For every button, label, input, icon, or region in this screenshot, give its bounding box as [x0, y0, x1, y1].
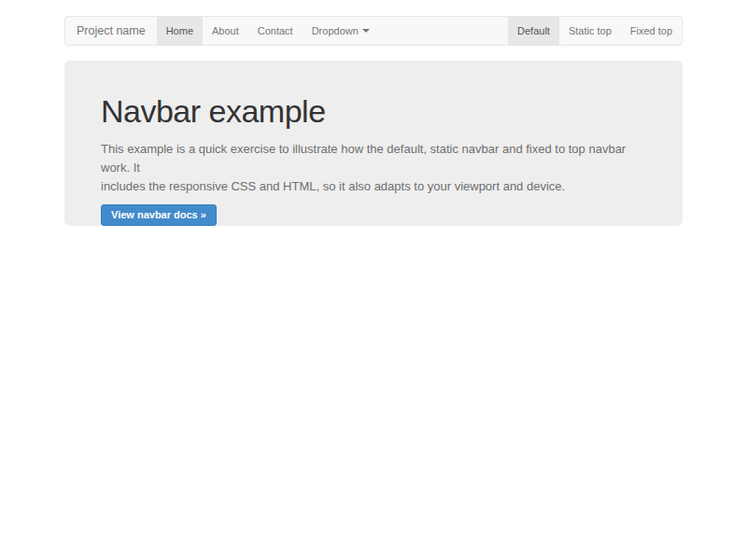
nav-item-about[interactable]: About [203, 17, 248, 45]
jumbotron: Navbar example This example is a quick e… [64, 61, 683, 226]
nav-link-home[interactable]: Home [157, 17, 203, 45]
jumbotron-description: This example is a quick exercise to illu… [101, 140, 646, 196]
navbar-left-nav: Home About Contact Dropdown [157, 17, 379, 45]
nav-item-fixed-top[interactable]: Fixed top [621, 17, 682, 45]
nav-item-home[interactable]: Home [157, 17, 203, 45]
navbar: Project name Home About Contact Dropdown… [64, 16, 683, 46]
view-navbar-docs-button[interactable]: View navbar docs » [101, 204, 217, 226]
nav-link-about[interactable]: About [203, 17, 248, 45]
nav-item-contact[interactable]: Contact [248, 17, 303, 45]
nav-item-default[interactable]: Default [508, 17, 559, 45]
description-line-2: includes the responsive CSS and HTML, so… [101, 177, 646, 196]
nav-item-static-top[interactable]: Static top [559, 17, 621, 45]
nav-item-dropdown[interactable]: Dropdown [303, 17, 379, 45]
nav-link-static-top[interactable]: Static top [559, 17, 621, 45]
navbar-brand[interactable]: Project name [65, 17, 157, 45]
caret-down-icon [362, 29, 370, 33]
nav-link-contact[interactable]: Contact [248, 17, 303, 45]
description-line-1: This example is a quick exercise to illu… [101, 140, 646, 177]
nav-dropdown-label: Dropdown [312, 25, 359, 36]
page-title: Navbar example [101, 95, 646, 129]
navbar-right-nav: Default Static top Fixed top [508, 17, 682, 45]
page-container: Project name Home About Contact Dropdown… [64, 16, 683, 226]
nav-link-default[interactable]: Default [508, 17, 559, 45]
nav-link-fixed-top[interactable]: Fixed top [621, 17, 682, 45]
nav-link-dropdown[interactable]: Dropdown [303, 17, 379, 45]
